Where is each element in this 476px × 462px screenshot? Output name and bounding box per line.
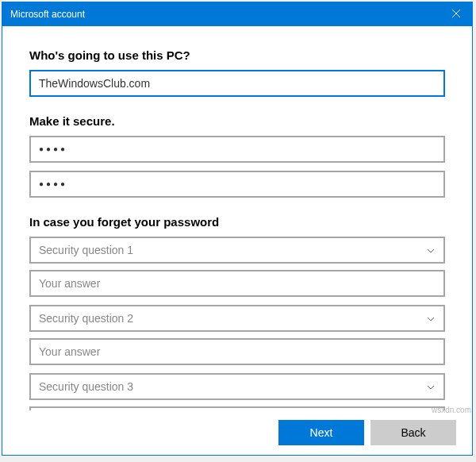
back-button[interactable]: Back	[370, 420, 456, 445]
recovery-heading: In case you forget your password	[29, 215, 445, 229]
answer-2-input[interactable]: Your answer	[29, 338, 445, 365]
chevron-down-icon	[426, 314, 436, 323]
microsoft-account-window: Microsoft account Who's going to use thi…	[2, 2, 473, 456]
content-area: Who's going to use this PC? Make it secu…	[2, 26, 472, 410]
select-placeholder: Security question 2	[39, 312, 133, 325]
answer-placeholder: Your answer	[39, 345, 100, 358]
chevron-down-icon	[426, 245, 436, 255]
secure-heading: Make it secure.	[29, 114, 445, 128]
select-placeholder: Security question 1	[39, 244, 133, 256]
security-question-2-select[interactable]: Security question 2	[29, 305, 445, 332]
titlebar: Microsoft account	[2, 2, 472, 26]
close-button[interactable]	[440, 2, 472, 26]
close-icon	[452, 9, 460, 20]
watermark: wsxdn.com	[432, 406, 471, 414]
next-button[interactable]: Next	[278, 420, 364, 445]
answer-placeholder: Your answer	[39, 277, 100, 290]
user-heading: Who's going to use this PC?	[29, 48, 445, 62]
confirm-password-input[interactable]: ●●●●	[29, 171, 445, 198]
footer: Next Back	[2, 410, 472, 455]
password-input[interactable]: ●●●●	[29, 136, 445, 163]
select-placeholder: Security question 3	[39, 380, 133, 393]
username-input[interactable]	[29, 70, 445, 97]
answer-1-input[interactable]: Your answer	[29, 270, 445, 297]
chevron-down-icon	[426, 382, 436, 391]
window-title: Microsoft account	[10, 9, 440, 20]
security-question-1-select[interactable]: Security question 1	[29, 237, 445, 264]
security-question-3-select[interactable]: Security question 3	[29, 373, 445, 400]
